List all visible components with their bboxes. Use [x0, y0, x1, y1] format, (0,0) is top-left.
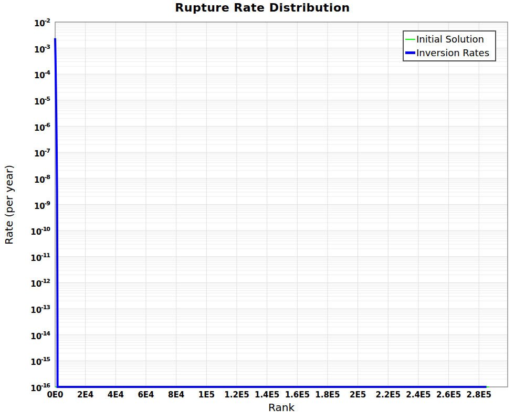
y-tick-label: 10-3 [0, 43, 50, 55]
y-tick-label: 10-10 [0, 225, 50, 237]
y-tick-label: 10-15 [0, 355, 50, 367]
legend-line-swatch [405, 39, 415, 40]
y-tick-label: 10-13 [0, 303, 50, 315]
x-tick-label: 2.8E5 [458, 390, 500, 400]
legend-entry-label: Inversion Rates [416, 47, 489, 58]
plot-area [0, 0, 525, 420]
y-tick-label: 10-6 [0, 121, 50, 133]
y-tick-label: 10-2 [0, 17, 50, 28]
y-tick-label: 10-9 [0, 200, 50, 211]
y-tick-label: 10-11 [0, 251, 50, 263]
legend-entry: Initial Solution [405, 33, 494, 46]
legend-entry: Inversion Rates [405, 46, 494, 60]
y-tick-label: 10-12 [0, 277, 50, 289]
y-tick-label: 10-4 [0, 69, 50, 80]
legend-line-swatch [405, 51, 415, 54]
y-tick-label: 10-7 [0, 147, 50, 159]
y-tick-label: 10-14 [0, 330, 50, 341]
y-tick-label: 10-8 [0, 173, 50, 185]
y-tick-label: 10-5 [0, 95, 50, 107]
chart-canvas: Rupture Rate Distribution Rate (per year… [0, 0, 525, 420]
legend: Initial SolutionInversion Rates [403, 30, 496, 61]
x-axis-title: Rank [55, 401, 508, 414]
legend-entry-label: Initial Solution [416, 34, 484, 45]
